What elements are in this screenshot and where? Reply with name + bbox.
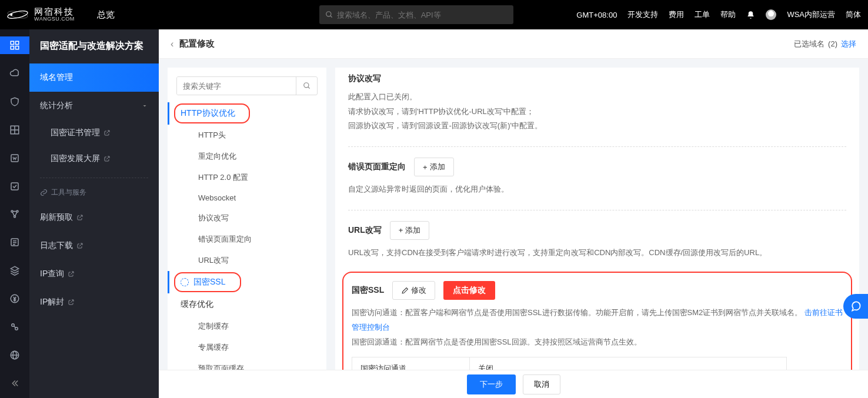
tree-item[interactable]: Websocket	[168, 188, 326, 208]
user-name[interactable]: WSA内部运营	[787, 9, 835, 20]
tree-item[interactable]: 专属缓存	[168, 337, 326, 358]
desc-line: 国密回源通道：配置网宿节点是否使用国密SSL回源。支持按照区域运营商节点生效。	[352, 337, 642, 346]
hint-badge: 点击修改	[443, 281, 495, 300]
desc-line: 回源协议改写，请到'回源设置-回源协议改写(新)'中配置。	[348, 119, 846, 133]
svg-line-4	[330, 16, 332, 18]
tree-item[interactable]: HTTP头	[168, 125, 326, 146]
rail-item-check[interactable]	[0, 178, 29, 195]
back-button[interactable]: ‹	[171, 39, 173, 49]
svg-rect-7	[11, 46, 14, 49]
selected-domains-count: (2)	[828, 39, 837, 48]
global-search[interactable]	[319, 5, 513, 24]
sidebar-item-stats[interactable]: 统计分析	[29, 92, 159, 120]
svg-line-29	[308, 87, 309, 89]
rail-item-list[interactable]	[0, 233, 29, 251]
rail-item-link[interactable]	[0, 318, 29, 336]
top-link[interactable]: 帮助	[720, 9, 736, 20]
main-area: ‹ 配置修改 已选域名 (2) 选择 HTTP协议优化 HTTP头 重定向优化 …	[159, 29, 868, 398]
edit-icon	[401, 287, 409, 295]
sidebar-item-refresh[interactable]: 刷新预取	[29, 203, 159, 232]
tree-group-http-optimize[interactable]: HTTP协议优化	[168, 102, 326, 125]
section-title: URL改写	[348, 225, 382, 236]
highlight-box: 国密SSL 修改 点击修改 国密访问通道：配置客户端和网宿节点是否使用国密SSL…	[342, 272, 852, 370]
sidebar-item-ipquery[interactable]: IP查询	[29, 260, 159, 288]
rail-item-cloud[interactable]	[0, 65, 29, 82]
top-right: GMT+08:00 开发支持 费用 工单 帮助 WSA内部运营 简体	[576, 9, 861, 20]
section-title: 错误页面重定向	[348, 162, 406, 172]
desc-line: 请求协议改写，请到'HTTP协议优化-URL改写'中配置；	[348, 105, 846, 119]
nav-overview[interactable]: 总览	[86, 9, 125, 21]
external-link-icon	[76, 214, 84, 221]
svg-point-15	[16, 210, 18, 212]
section-error-page: 错误页面重定向 +添加 自定义源站异常时返回的页面，优化用户体验。	[348, 146, 846, 210]
next-button[interactable]: 下一步	[467, 374, 516, 394]
bell-icon[interactable]	[746, 11, 755, 19]
tree-search-input[interactable]	[177, 77, 296, 95]
top-bar: 网宿科技 WANGSU.COM 总览 GMT+08:00 开发支持 费用 工单 …	[0, 0, 868, 29]
top-link[interactable]: 费用	[669, 9, 684, 20]
top-link[interactable]: 工单	[695, 9, 710, 20]
tree-item[interactable]: 协议改写	[168, 208, 326, 229]
rail-item-word[interactable]	[0, 149, 29, 167]
desc-line: 此配置入口已关闭。	[348, 90, 846, 105]
section-desc: 自定义源站异常时返回的页面，优化用户体验。	[348, 182, 846, 197]
brand-name-en: WANGSU.COM	[34, 16, 75, 22]
rail-item-money[interactable]	[0, 290, 29, 307]
product-icon-rail	[0, 29, 29, 398]
tree-search-button[interactable]	[296, 77, 317, 95]
sidebar-item-domain[interactable]: 域名管理	[29, 63, 159, 92]
gmssl-table: 国密访问通道 关闭	[352, 357, 787, 370]
tree-item[interactable]: URL改写	[168, 250, 326, 271]
table-value: 关闭	[470, 357, 502, 370]
page-footer: 下一步 取消	[159, 370, 868, 398]
link-icon	[40, 189, 48, 196]
add-button[interactable]: +添加	[414, 158, 454, 176]
brand-name-cn: 网宿科技	[34, 7, 75, 17]
config-tree: HTTP协议优化 HTTP头 重定向优化 HTTP 2.0 配置 Websock…	[168, 102, 326, 370]
tree-item[interactable]: 定制缓存	[168, 316, 326, 337]
svg-point-28	[303, 83, 308, 88]
external-link-icon	[68, 299, 75, 306]
avatar[interactable]	[766, 9, 776, 20]
external-link-icon	[104, 129, 111, 136]
brand-logo[interactable]: 网宿科技 WANGSU.COM	[0, 7, 86, 22]
tree-item[interactable]: 错误页面重定向	[168, 229, 326, 250]
svg-rect-8	[16, 46, 19, 49]
tree-item[interactable]: HTTP 2.0 配置	[168, 167, 326, 188]
global-search-input[interactable]	[337, 11, 508, 19]
table-key: 国密访问通道	[352, 357, 470, 370]
loading-icon	[181, 278, 189, 286]
lang-switch[interactable]: 简体	[846, 9, 861, 20]
rail-item-layers[interactable]	[0, 262, 29, 279]
cancel-button[interactable]: 取消	[523, 374, 560, 394]
tree-item[interactable]: 预取页面缓存	[168, 358, 326, 370]
external-link-icon	[104, 155, 111, 162]
tree-group-gmssl[interactable]: 国密SSL	[168, 271, 326, 293]
svg-point-1	[10, 14, 12, 16]
top-link[interactable]: 开发支持	[627, 9, 658, 20]
rail-item-globe[interactable]	[0, 346, 29, 364]
search-icon	[325, 11, 333, 19]
solution-sidebar: 国密适配与改造解决方案 域名管理 统计分析 国密证书管理 国密发展大屏 工具与服…	[29, 29, 159, 398]
timezone[interactable]: GMT+08:00	[576, 11, 617, 19]
rail-item-grid[interactable]	[0, 121, 29, 139]
sidebar-item-ipunblock[interactable]: IP解封	[29, 288, 159, 316]
rail-item-shield[interactable]	[0, 93, 29, 111]
tree-group-cache[interactable]: 缓存优化	[168, 293, 326, 316]
sidebar-item-dashboard[interactable]: 国密发展大屏	[40, 146, 159, 172]
rail-item-nodes[interactable]	[0, 206, 29, 223]
rail-item-apps[interactable]	[0, 36, 29, 54]
tree-item[interactable]: 重定向优化	[168, 146, 326, 167]
sidebar-item-logs[interactable]: 日志下载	[29, 232, 159, 260]
select-domains-link[interactable]: 选择	[841, 39, 856, 49]
svg-point-14	[11, 210, 13, 212]
rail-collapse[interactable]	[0, 374, 29, 392]
chat-fab[interactable]	[843, 294, 868, 319]
sidebar-item-cert[interactable]: 国密证书管理	[40, 120, 159, 146]
section-title: 国密SSL	[352, 285, 384, 296]
edit-button[interactable]: 修改	[392, 281, 435, 300]
page-header: ‹ 配置修改 已选域名 (2) 选择	[159, 29, 868, 59]
add-button[interactable]: +添加	[390, 221, 430, 240]
desc-line: 国密访问通道：配置客户端和网宿节点是否使用国密SSL进行数据传输。功能开启前，请…	[352, 308, 802, 317]
plus-icon: +	[423, 163, 428, 172]
